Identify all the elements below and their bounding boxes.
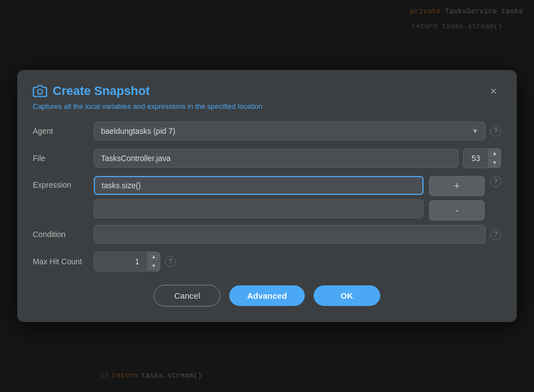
expression-inputs	[94, 176, 424, 218]
max-hit-value: 1	[94, 254, 147, 269]
line-number-value: 53	[464, 150, 488, 166]
dropdown-arrow-icon: ▼	[472, 127, 478, 135]
condition-controls: ?	[94, 225, 501, 244]
expression-buttons: + -	[429, 176, 485, 220]
create-snapshot-dialog: Create Snapshot × Captures all the local…	[17, 70, 517, 322]
max-hit-spinner-buttons: ▲ ▼	[147, 252, 160, 271]
condition-input[interactable]	[94, 225, 486, 244]
max-hit-spinner: 1 ▲ ▼	[94, 252, 160, 272]
expression-input-1[interactable]	[94, 176, 424, 195]
expression-help-icon[interactable]: ?	[490, 176, 501, 187]
expression-input-2[interactable]	[94, 199, 424, 218]
max-hit-count-controls: 1 ▲ ▼ ?	[94, 252, 501, 272]
close-button[interactable]: ×	[486, 83, 501, 99]
max-hit-count-row: Max Hit Count 1 ▲ ▼ ?	[33, 252, 501, 272]
max-hit-up-button[interactable]: ▲	[148, 252, 160, 262]
agent-controls: baeldungtasks (pid 7) ▼ ?	[94, 122, 501, 140]
camera-icon	[33, 84, 47, 98]
agent-dropdown[interactable]: baeldungtasks (pid 7) ▼	[94, 122, 486, 140]
max-hit-count-label: Max Hit Count	[33, 257, 88, 266]
expression-label: Expression	[33, 176, 88, 189]
remove-expression-button[interactable]: -	[429, 200, 485, 220]
dialog-footer: Cancel Advanced OK	[33, 285, 501, 306]
agent-help-icon[interactable]: ?	[490, 125, 501, 137]
advanced-button[interactable]: Advanced	[229, 285, 305, 306]
file-controls: 53 ▲ ▼	[94, 148, 501, 168]
file-input[interactable]	[94, 149, 459, 168]
add-expression-button[interactable]: +	[429, 176, 485, 196]
expression-row: Expression + - ?	[33, 176, 501, 220]
ok-button[interactable]: OK	[314, 285, 380, 306]
dialog-header: Create Snapshot ×	[33, 83, 501, 99]
max-hit-down-button[interactable]: ▼	[148, 262, 160, 271]
file-row: File 53 ▲ ▼	[33, 148, 501, 168]
spinner-down-button[interactable]: ▼	[488, 158, 501, 168]
spinner-buttons: ▲ ▼	[488, 149, 501, 168]
condition-row: Condition ?	[33, 225, 501, 244]
condition-label: Condition	[33, 230, 88, 239]
cancel-button[interactable]: Cancel	[154, 285, 220, 306]
file-label: File	[33, 154, 88, 163]
dialog-title-text: Create Snapshot	[53, 84, 150, 98]
agent-row: Agent baeldungtasks (pid 7) ▼ ?	[33, 122, 501, 140]
dialog-title-group: Create Snapshot	[33, 84, 150, 98]
agent-label: Agent	[33, 127, 88, 135]
spinner-up-button[interactable]: ▲	[488, 149, 501, 158]
condition-help-icon[interactable]: ?	[490, 229, 501, 240]
line-number-spinner: 53 ▲ ▼	[463, 148, 501, 168]
dialog-subtitle: Captures all the local variables and exp…	[33, 102, 501, 110]
svg-point-0	[38, 89, 43, 94]
agent-value: baeldungtasks (pid 7)	[101, 127, 175, 135]
max-hit-help-icon[interactable]: ?	[165, 256, 176, 267]
